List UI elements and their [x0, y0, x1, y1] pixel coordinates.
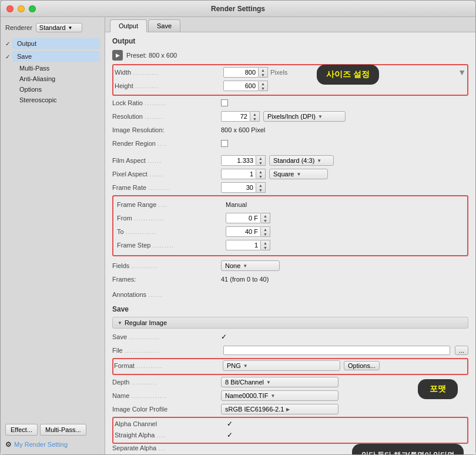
- renderer-select[interactable]: Standard ▼: [36, 23, 83, 32]
- frame-step-input[interactable]: [226, 240, 261, 250]
- pixel-aspect-input[interactable]: [221, 169, 256, 179]
- effect-button[interactable]: Effect...: [5, 424, 38, 436]
- render-region-checkbox[interactable]: [221, 140, 228, 147]
- sidebar-item-stereoscopic[interactable]: Stereoscopic: [1, 95, 105, 105]
- resolution-unit: Pixels/Inch (DPI) ▼: [263, 111, 346, 122]
- frame-range-row: Frame Range .... Manual: [117, 199, 464, 210]
- frame-step-input-group: ▲ ▼: [226, 240, 270, 250]
- straight-alpha-label: Straight Alpha ....: [115, 431, 223, 439]
- resolution-input-group: ▲ ▼: [221, 111, 260, 122]
- preset-text: Preset: 800 x 600: [126, 52, 177, 59]
- annotations-label: Annotations ......: [112, 291, 221, 298]
- to-row: To ............. ▲ ▼: [117, 226, 464, 237]
- from-input-group: ▲ ▼: [226, 213, 270, 223]
- pixel-aspect-type-select[interactable]: Square ▼: [269, 169, 328, 179]
- to-label: To .............: [117, 228, 226, 235]
- frames-value: 41 (from 0 to 40): [221, 276, 269, 283]
- size-callout: 사이즈 설정: [317, 65, 379, 85]
- maximize-button[interactable]: [29, 5, 36, 12]
- frames-row: Frames: 41 (from 0 to 40): [112, 273, 468, 285]
- regular-image-header[interactable]: ▼ Regular Image: [112, 317, 468, 329]
- resolution-input[interactable]: [221, 111, 250, 122]
- name-select[interactable]: Name0000.TIF ▼: [221, 390, 338, 401]
- film-aspect-input-group: ▲ ▼: [221, 155, 266, 166]
- width-spinner[interactable]: ▲ ▼: [259, 67, 268, 78]
- depth-label: Depth ...........: [112, 379, 221, 386]
- save-check-row: Save ............. ✓: [112, 331, 468, 343]
- frame-step-spinner[interactable]: ▲ ▼: [261, 240, 270, 250]
- right-panel: Output Save Output ▶ Preset: 800 x 600: [105, 17, 475, 454]
- sidebar: Renderer Standard ▼ ✓ Output ✓ Save Mul: [1, 17, 105, 454]
- name-label: Name ...............: [112, 392, 221, 399]
- minimize-button[interactable]: [18, 5, 25, 12]
- width-input-group: ▲ ▼: [223, 67, 268, 78]
- tab-save[interactable]: Save: [148, 19, 180, 32]
- format-row: Format ........... PNG ▼ Options...: [114, 360, 467, 372]
- render-setting-label[interactable]: My Render Setting: [14, 441, 68, 448]
- options-button[interactable]: Options...: [344, 361, 380, 370]
- height-row: Height .......... ▲ ▼ 사이즈 설정: [115, 80, 466, 92]
- image-color-profile-row: Image Color Profile sRGB IEC61966-2.1 ▶: [112, 403, 468, 415]
- multipass-button[interactable]: Multi-Pass...: [40, 424, 86, 436]
- format-highlighted-box: Format ........... PNG ▼ Options...: [112, 358, 468, 375]
- gear-icon[interactable]: ⚙: [5, 440, 12, 449]
- frame-range-label: Frame Range ....: [117, 201, 226, 208]
- from-spinner[interactable]: ▲ ▼: [261, 213, 270, 223]
- from-input[interactable]: [226, 213, 261, 223]
- depth-row: Depth ........... 8 Bit/Channel ▼: [112, 376, 468, 388]
- tab-output[interactable]: Output: [110, 19, 147, 32]
- file-input[interactable]: [223, 346, 450, 355]
- pixel-aspect-label: Pixel Aspect ......: [112, 170, 221, 178]
- film-aspect-input[interactable]: [221, 155, 256, 166]
- image-color-profile-select[interactable]: sRGB IEC61966-2.1 ▶: [221, 404, 338, 414]
- panel-content: Output ▶ Preset: 800 x 600 Width .......…: [105, 32, 475, 454]
- format-callout: 포맷: [418, 379, 458, 399]
- name-row: Name ............... Name0000.TIF ▼: [112, 390, 468, 402]
- lock-ratio-checkbox[interactable]: [221, 99, 228, 106]
- collapse-icon: ▼: [118, 320, 122, 326]
- render-region-row: Render Region ....: [112, 138, 468, 149]
- width-label: Width ...........: [115, 69, 223, 76]
- alpha-highlighted-box: Alpha Channel ✓ Straight Alpha .... ✓: [112, 417, 468, 444]
- frame-step-row: Frame Step ......... ▲ ▼: [117, 239, 464, 251]
- frame-rate-label: Frame Rate .........: [112, 184, 221, 191]
- window: Render Settings Renderer Standard ▼ ✓ Ou…: [0, 0, 476, 455]
- alpha-callout: 일단 둘다 체크(투명이 있다면 Straight Alpha가 체크!): [352, 444, 464, 454]
- to-spinner[interactable]: ▲ ▼: [261, 226, 270, 237]
- main-content: Renderer Standard ▼ ✓ Output ✓ Save Mul: [1, 17, 475, 454]
- pixel-aspect-spinner[interactable]: ▲ ▼: [256, 169, 266, 179]
- depth-select[interactable]: 8 Bit/Channel ▼: [221, 377, 338, 387]
- format-select[interactable]: PNG ▼: [223, 360, 340, 371]
- sidebar-item-output[interactable]: Output: [12, 38, 100, 49]
- image-resolution-row: Image Resolution: 800 x 600 Pixel: [112, 124, 468, 136]
- frame-rate-input[interactable]: [221, 182, 256, 193]
- regular-image-label: Regular Image: [125, 319, 167, 326]
- tab-bar: Output Save: [105, 17, 475, 32]
- width-input[interactable]: [223, 67, 259, 78]
- frame-range-box: Frame Range .... Manual From ...........…: [112, 195, 468, 256]
- sidebar-item-save[interactable]: Save: [12, 51, 100, 62]
- fields-select[interactable]: None ▼: [221, 260, 280, 271]
- height-input[interactable]: [223, 81, 259, 91]
- sidebar-item-antialiasing[interactable]: Anti-Aliasing: [1, 73, 105, 84]
- image-resolution-value: 800 x 600 Pixel: [221, 126, 265, 133]
- film-aspect-spinner[interactable]: ▲ ▼: [256, 155, 266, 166]
- sidebar-item-multipass[interactable]: Multi-Pass: [1, 63, 105, 73]
- resolution-spinner[interactable]: ▲ ▼: [250, 111, 260, 122]
- height-spinner[interactable]: ▲ ▼: [259, 81, 268, 91]
- close-button[interactable]: [6, 5, 14, 12]
- frame-rate-spinner[interactable]: ▲ ▼: [256, 182, 266, 193]
- film-aspect-type-select[interactable]: Standard (4:3) ▼: [269, 155, 334, 166]
- titlebar: Render Settings: [1, 1, 475, 17]
- resolution-unit-select[interactable]: Pixels/Inch (DPI) ▼: [263, 111, 346, 122]
- sidebar-item-options[interactable]: Options: [1, 84, 105, 95]
- browse-button[interactable]: ...: [455, 346, 468, 355]
- renderer-bar: Renderer Standard ▼: [1, 21, 105, 37]
- width-highlighted-box: Width ........... ▲ ▼ Pixels ▼: [112, 64, 468, 96]
- annotations-row: Annotations ......: [112, 289, 468, 300]
- frames-label: Frames:: [112, 276, 221, 283]
- image-resolution-label: Image Resolution:: [112, 126, 221, 133]
- to-input[interactable]: [226, 226, 261, 237]
- preset-button[interactable]: ▶: [112, 50, 123, 61]
- format-label: Format ...........: [114, 362, 223, 369]
